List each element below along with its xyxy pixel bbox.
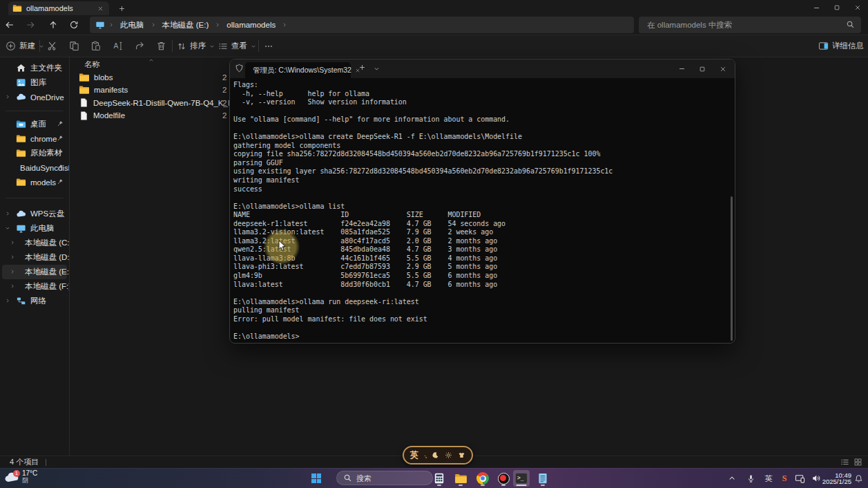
terminal-title-bar[interactable]: 管理员: C:\Windows\System32 bbox=[230, 59, 735, 78]
sidebar-item-raw-materials[interactable]: 原始素材 bbox=[2, 146, 67, 160]
breadcrumb-this-pc[interactable]: 此电脑 bbox=[117, 20, 147, 30]
chevron-right-icon[interactable] bbox=[10, 283, 15, 289]
taskbar-search-box bbox=[336, 471, 433, 485]
hidden-icons-button[interactable] bbox=[728, 469, 739, 488]
explorer-search-input[interactable] bbox=[639, 17, 861, 33]
sidebar-item-drive-e[interactable]: 本地磁盘 (E:) bbox=[2, 265, 67, 279]
maximize-button[interactable] bbox=[692, 59, 713, 78]
skin-icon[interactable] bbox=[458, 451, 465, 459]
sidebar-item-desktop[interactable]: 桌面 bbox=[2, 117, 67, 131]
sidebar-divider bbox=[6, 111, 64, 111]
share-button[interactable] bbox=[131, 37, 147, 55]
chevron-right-icon[interactable] bbox=[5, 298, 10, 303]
taskbar-app-file-explorer[interactable] bbox=[452, 470, 469, 487]
refresh-button[interactable] bbox=[65, 16, 83, 34]
new-tab-button[interactable] bbox=[358, 64, 366, 71]
tab-close-icon[interactable] bbox=[95, 3, 105, 13]
close-button[interactable] bbox=[713, 59, 733, 78]
sidebar-item-home[interactable]: 主文件夹 bbox=[2, 61, 67, 75]
chevron-right-icon[interactable] bbox=[5, 94, 10, 100]
terminal-window-controls bbox=[671, 59, 733, 78]
up-button[interactable] bbox=[44, 16, 62, 34]
desktop-screen: ollamamodels 此电脑 本地磁盘 (E:) oll bbox=[0, 0, 868, 488]
paste-button[interactable] bbox=[87, 37, 104, 55]
minimize-button[interactable] bbox=[806, 0, 827, 15]
sogou-ime-icon[interactable]: S bbox=[779, 469, 790, 488]
breadcrumb-ollamamodels[interactable]: ollamamodels bbox=[224, 21, 278, 29]
weather-widget[interactable]: 1 17°C 阴 bbox=[4, 470, 37, 484]
forward-button[interactable] bbox=[21, 16, 39, 34]
cast-icon[interactable] bbox=[795, 469, 807, 488]
chevron-right-icon[interactable] bbox=[10, 240, 15, 245]
gear-icon[interactable] bbox=[445, 451, 452, 459]
explorer-tab[interactable]: ollamamodels bbox=[8, 1, 109, 15]
sidebar-divider bbox=[6, 198, 64, 198]
search-icon[interactable] bbox=[846, 20, 855, 29]
sidebar-item-network[interactable]: 网络 bbox=[2, 294, 67, 308]
copy-button[interactable] bbox=[66, 37, 82, 55]
clipped-date: 2 bbox=[222, 99, 229, 107]
taskbar-app-calculator[interactable] bbox=[431, 470, 447, 487]
tab-dropdown-icon[interactable] bbox=[374, 66, 380, 72]
terminal-scrollbar[interactable] bbox=[731, 196, 733, 341]
ime-punctuation-button[interactable]: ·, bbox=[424, 452, 427, 459]
more-button[interactable] bbox=[261, 37, 276, 55]
new-tab-button[interactable] bbox=[116, 3, 127, 14]
moon-icon[interactable] bbox=[432, 451, 439, 459]
sidebar-item-drive-d[interactable]: 本地磁盘 (D:) bbox=[2, 250, 67, 265]
sidebar-item-gallery[interactable]: 图库 bbox=[2, 75, 67, 90]
back-button[interactable] bbox=[1, 16, 19, 34]
sidebar-item-onedrive[interactable]: OneDrive bbox=[2, 90, 67, 104]
chevron-down-icon[interactable] bbox=[5, 225, 10, 231]
details-pane-icon bbox=[818, 41, 829, 51]
grid-view-icon[interactable] bbox=[853, 458, 862, 467]
details-button[interactable]: 详细信息 bbox=[818, 37, 864, 55]
cut-button[interactable] bbox=[44, 37, 60, 55]
chevron-right-icon bbox=[151, 22, 156, 28]
close-button[interactable] bbox=[847, 0, 868, 15]
sidebar-item-wps-cloud[interactable]: WPS云盘 bbox=[2, 207, 67, 221]
taskbar-app-terminal[interactable]: >_ bbox=[513, 470, 530, 487]
chevron-right-icon bbox=[108, 22, 114, 28]
notifications-bell-icon[interactable] bbox=[854, 469, 865, 488]
delete-button[interactable] bbox=[153, 37, 169, 55]
chevron-right-icon[interactable] bbox=[10, 269, 15, 274]
sidebar-item-drive-f[interactable]: 本地磁盘 (F:) bbox=[2, 279, 67, 294]
terminal-tab[interactable]: 管理员: C:\Windows\System32 bbox=[245, 62, 351, 78]
taskbar-app-recorder[interactable] bbox=[495, 470, 512, 487]
cloud-icon bbox=[16, 92, 26, 102]
microphone-icon[interactable] bbox=[746, 469, 758, 488]
sort-button[interactable]: 排序 bbox=[177, 37, 215, 55]
taskbar-app-chrome[interactable] bbox=[474, 470, 491, 487]
home-icon bbox=[16, 63, 26, 73]
view-icon bbox=[218, 41, 228, 51]
taskbar-app-notepad[interactable] bbox=[534, 470, 551, 487]
speaker-icon[interactable] bbox=[811, 469, 822, 488]
folder-icon bbox=[79, 72, 90, 83]
list-view-icon[interactable] bbox=[840, 458, 849, 467]
clock[interactable]: 10:49 2025/1/25 bbox=[822, 469, 851, 488]
sidebar-item-drive-c[interactable]: 本地磁盘 (C:) bbox=[2, 236, 67, 250]
chevron-right-icon bbox=[215, 22, 220, 28]
ime-mode-button[interactable]: 英 bbox=[410, 449, 418, 461]
breadcrumb-drive-e[interactable]: 本地磁盘 (E:) bbox=[160, 20, 212, 30]
this-pc-icon bbox=[95, 20, 105, 30]
desktop-folder-icon bbox=[16, 119, 26, 129]
start-button[interactable] bbox=[311, 473, 321, 483]
cut-icon bbox=[47, 41, 57, 51]
sidebar-item-models[interactable]: models bbox=[2, 175, 67, 189]
column-header-name[interactable]: 名称 bbox=[84, 59, 100, 70]
rename-button[interactable] bbox=[109, 37, 126, 55]
input-language-button[interactable]: 英 bbox=[763, 469, 774, 488]
minimize-button[interactable] bbox=[671, 59, 692, 78]
sidebar-item-baidusyncdisk[interactable]: BaiduSyncdisk bbox=[2, 160, 67, 175]
new-button[interactable]: 新建 bbox=[6, 37, 44, 55]
sidebar-item-chrome[interactable]: chrome bbox=[2, 131, 67, 146]
sidebar-item-this-pc[interactable]: 此电脑 bbox=[2, 221, 67, 236]
chevron-right-icon[interactable] bbox=[5, 211, 10, 216]
view-button[interactable]: 查看 bbox=[218, 37, 256, 55]
sort-ascending-icon bbox=[148, 57, 155, 64]
pin-icon bbox=[57, 164, 64, 171]
maximize-button[interactable] bbox=[827, 0, 847, 15]
chevron-right-icon[interactable] bbox=[10, 254, 15, 260]
